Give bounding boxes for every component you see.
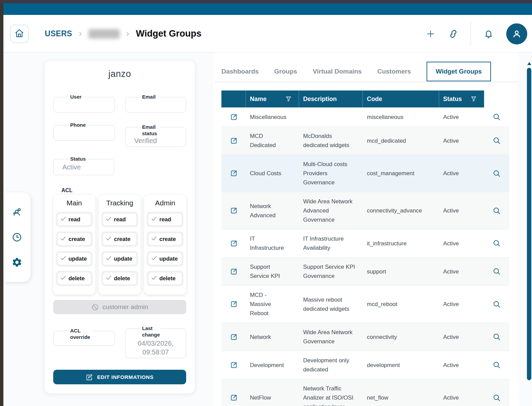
permission-label: create xyxy=(114,236,131,242)
customer-admin-button[interactable]: customer admin xyxy=(53,300,186,314)
tab-virtual-domains[interactable]: Virtual Domains xyxy=(313,68,361,75)
scrollbar-thumb[interactable] xyxy=(527,68,531,380)
permission-item: read xyxy=(147,212,183,227)
status-field-label: Status xyxy=(68,156,87,162)
tab-dashboards[interactable]: Dashboards xyxy=(221,68,259,75)
row-open-cell xyxy=(221,235,246,252)
tab-widget-groups[interactable]: Widget Groups xyxy=(427,62,491,81)
link-icon[interactable] xyxy=(448,29,458,39)
permission-label: read xyxy=(68,216,80,223)
check-icon xyxy=(105,255,112,263)
magnifier-icon[interactable] xyxy=(492,300,501,309)
table-row: Support Service KPI Support Service KPI … xyxy=(221,258,509,286)
table-header-name: Name xyxy=(246,90,299,107)
external-link-icon[interactable] xyxy=(230,169,238,178)
email-status-field-label: Email status xyxy=(140,124,160,137)
external-link-icon[interactable] xyxy=(230,239,238,248)
user-field-label: User xyxy=(68,94,83,100)
row-actions-cell xyxy=(484,389,509,406)
table-body: Miscellaneous miscellaneous Active xyxy=(221,107,509,406)
users-icon[interactable] xyxy=(12,207,22,218)
row-code: cost_management xyxy=(363,164,439,183)
breadcrumb: USERS Widget Groups xyxy=(45,15,201,53)
check-icon xyxy=(151,255,157,263)
external-link-icon[interactable] xyxy=(230,333,238,341)
row-code: it_infrastructure xyxy=(363,234,439,253)
row-name: IT Infrastructure xyxy=(246,229,299,257)
row-open-cell xyxy=(221,202,246,220)
check-icon xyxy=(151,235,157,243)
check-icon xyxy=(60,255,66,263)
breadcrumb-users-link[interactable]: USERS xyxy=(45,29,72,38)
permission-item: read xyxy=(101,212,138,227)
row-open-cell xyxy=(221,295,246,313)
permission-label: create xyxy=(159,236,176,242)
row-code: support xyxy=(363,262,439,281)
row-description xyxy=(299,112,363,122)
add-icon[interactable] xyxy=(425,28,436,39)
table-header-code: Code xyxy=(363,90,439,107)
row-description: Wide Area Network Governance xyxy=(299,323,363,351)
magnifier-icon[interactable] xyxy=(492,206,501,215)
permission-label: update xyxy=(159,256,178,262)
permission-item: update xyxy=(101,251,138,266)
external-link-icon[interactable] xyxy=(230,206,238,215)
table-row: Network Wide Area Network Governance con… xyxy=(221,323,509,351)
settings-gear-icon[interactable] xyxy=(12,257,22,268)
edit-informations-label: EDIT INFORMATIONS xyxy=(97,374,154,380)
scrollbar-up-arrow[interactable] xyxy=(527,62,531,65)
row-code: mcd_dedicated xyxy=(363,131,439,150)
row-name: Cloud Costs xyxy=(246,164,299,183)
magnifier-icon[interactable] xyxy=(492,393,501,402)
user-field: User xyxy=(53,97,115,113)
permission-item: update xyxy=(147,251,183,266)
table-row: MCD Dedicated McDonalds dedicated widget… xyxy=(221,127,509,155)
tab-customers[interactable]: Customers xyxy=(377,68,411,75)
tab-groups[interactable]: Groups xyxy=(274,68,297,75)
magnifier-icon[interactable] xyxy=(492,136,501,145)
magnifier-icon[interactable] xyxy=(492,332,501,341)
magnifier-icon[interactable] xyxy=(492,239,501,248)
acl-group-panel: Main read create update delete xyxy=(53,195,95,295)
permission-label: read xyxy=(159,216,171,223)
row-name: MCD Dedicated xyxy=(246,127,299,155)
notifications-bell-icon[interactable] xyxy=(483,28,494,39)
row-description: McDonalds dedicated widgets xyxy=(299,127,363,155)
user-avatar[interactable] xyxy=(506,23,527,44)
row-code: connectivity_advance xyxy=(363,201,439,220)
external-link-icon[interactable] xyxy=(230,361,238,369)
external-link-icon[interactable] xyxy=(230,113,238,121)
edit-pencil-icon xyxy=(86,373,93,381)
magnifier-icon[interactable] xyxy=(492,267,501,276)
row-name: Network xyxy=(246,328,299,346)
row-description: Network Traffic Analizer at ISO/OSI appl… xyxy=(299,379,363,406)
status-field: Status Active xyxy=(53,159,114,175)
external-link-icon[interactable] xyxy=(230,137,238,145)
external-link-icon[interactable] xyxy=(230,267,238,276)
row-open-cell xyxy=(221,328,246,346)
filter-funnel-icon[interactable] xyxy=(285,96,292,102)
check-icon xyxy=(105,275,112,282)
content-area: janzo User Email Phone Email status Veri… xyxy=(3,53,532,406)
row-description: Development only dedicated xyxy=(299,351,363,379)
table-row: Network Advanced Wide Area Network Advan… xyxy=(221,192,509,229)
window-frame-left xyxy=(0,3,3,406)
magnifier-icon[interactable] xyxy=(492,169,501,178)
history-clock-icon[interactable] xyxy=(12,232,22,243)
external-link-icon[interactable] xyxy=(230,393,238,402)
page-title: Widget Groups xyxy=(136,28,201,39)
chevron-right-icon xyxy=(125,31,131,37)
external-link-icon[interactable] xyxy=(230,300,238,308)
widget-groups-table: Name Description Code Status xyxy=(221,90,509,406)
magnifier-icon[interactable] xyxy=(492,361,501,369)
permission-item: read xyxy=(56,212,93,227)
home-button[interactable] xyxy=(10,25,28,43)
acl-groups: Main read create update delete Tracking … xyxy=(53,195,186,295)
row-actions-cell xyxy=(484,328,509,346)
no-entry-icon xyxy=(91,303,99,311)
filter-funnel-icon[interactable] xyxy=(470,96,477,102)
app-window: USERS Widget Groups janzo User xyxy=(0,0,532,406)
magnifier-icon[interactable] xyxy=(492,113,501,121)
edit-informations-button[interactable]: EDIT INFORMATIONS xyxy=(53,370,186,384)
breadcrumb-redacted-username[interactable] xyxy=(88,29,120,39)
